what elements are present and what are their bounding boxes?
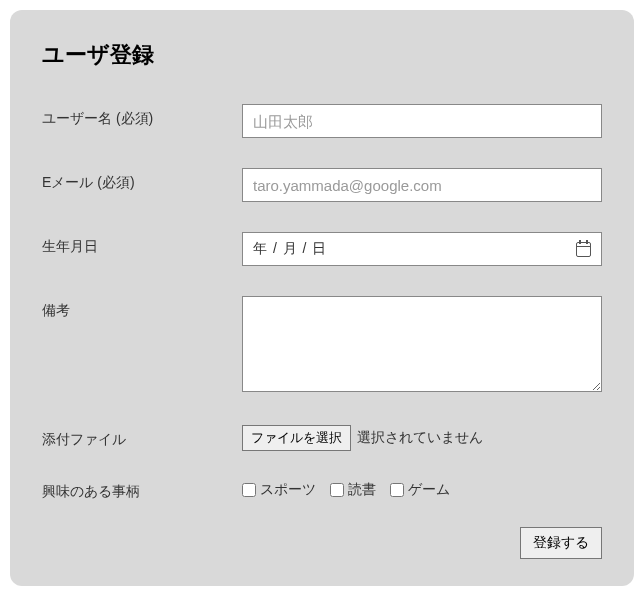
label-birth: 生年月日 xyxy=(42,232,242,256)
birth-date-display: 年 / 月 / 日 xyxy=(253,240,327,258)
username-input[interactable] xyxy=(242,104,602,138)
row-notes: 備考 xyxy=(42,296,602,395)
email-input[interactable] xyxy=(242,168,602,202)
row-email: Eメール (必須) xyxy=(42,168,602,202)
checkbox-game-input[interactable] xyxy=(390,483,404,497)
checkbox-game[interactable]: ゲーム xyxy=(390,481,450,499)
row-birth: 生年月日 年 / 月 / 日 xyxy=(42,232,602,266)
file-status-text: 選択されていません xyxy=(357,429,483,447)
checkbox-reading-label: 読書 xyxy=(348,481,376,499)
checkbox-reading[interactable]: 読書 xyxy=(330,481,376,499)
label-attach: 添付ファイル xyxy=(42,425,242,449)
submit-button[interactable]: 登録する xyxy=(520,527,602,559)
registration-panel: ユーザ登録 ユーザー名 (必須) Eメール (必須) 生年月日 年 / 月 / … xyxy=(10,10,634,586)
checkbox-reading-input[interactable] xyxy=(330,483,344,497)
label-interests: 興味のある事柄 xyxy=(42,477,242,501)
page-title: ユーザ登録 xyxy=(42,40,602,70)
calendar-icon[interactable] xyxy=(576,242,591,257)
notes-textarea[interactable] xyxy=(242,296,602,392)
label-email: Eメール (必須) xyxy=(42,168,242,192)
label-username: ユーザー名 (必須) xyxy=(42,104,242,128)
row-interests: 興味のある事柄 スポーツ 読書 ゲーム xyxy=(42,477,602,501)
checkbox-game-label: ゲーム xyxy=(408,481,450,499)
row-attach: 添付ファイル ファイルを選択 選択されていません xyxy=(42,425,602,451)
checkbox-sports[interactable]: スポーツ xyxy=(242,481,316,499)
label-notes: 備考 xyxy=(42,296,242,320)
birth-date-input[interactable]: 年 / 月 / 日 xyxy=(242,232,602,266)
row-username: ユーザー名 (必須) xyxy=(42,104,602,138)
file-select-button[interactable]: ファイルを選択 xyxy=(242,425,351,451)
checkbox-sports-input[interactable] xyxy=(242,483,256,497)
checkbox-sports-label: スポーツ xyxy=(260,481,316,499)
